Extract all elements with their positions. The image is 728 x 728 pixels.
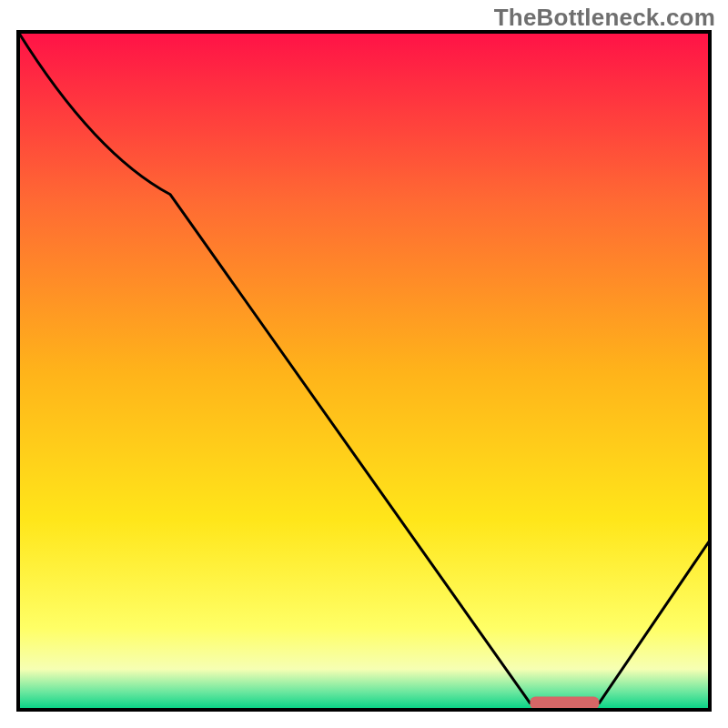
plot-area [18, 32, 710, 710]
optimum-marker [530, 697, 599, 710]
watermark-label: TheBottleneck.com [494, 4, 715, 32]
chart-stage: TheBottleneck.com [0, 0, 728, 728]
bottleneck-chart [0, 0, 728, 728]
